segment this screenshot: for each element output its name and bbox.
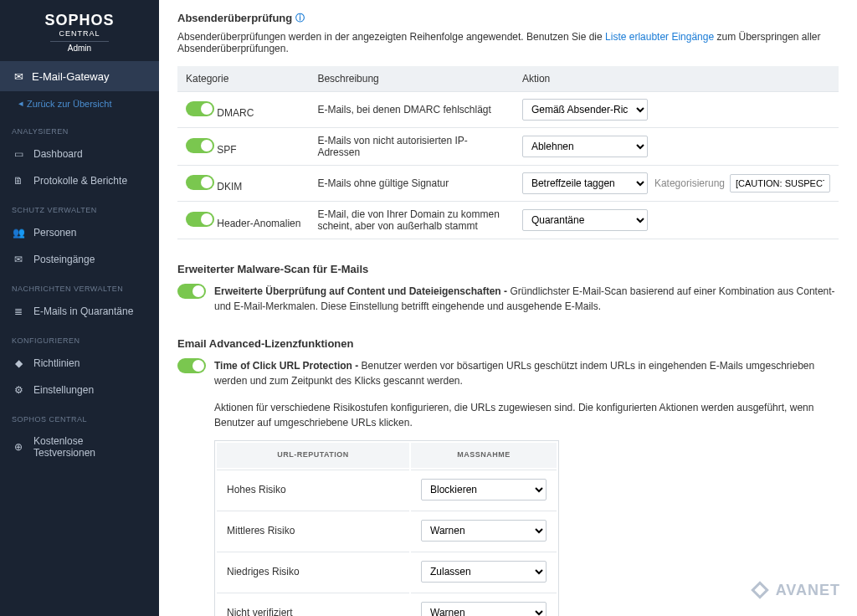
document-icon: 🗎 [12,174,25,187]
nav-section-schutz: SCHUTZ VERWALTEN [0,194,159,219]
chevron-left-icon: ◂ [18,98,23,109]
brand-logo: SOPHOS CENTRAL Admin [0,0,159,61]
advanced-title: Email Advanced-Lizenzfunktionen [177,337,839,350]
gear-icon: ⚙ [12,383,25,397]
sidebar: SOPHOS CENTRAL Admin ✉ E-Mail-Gateway ◂ … [0,0,159,616]
brand-name: SOPHOS [0,12,159,29]
select-dkim-action[interactable]: Betreffzeile taggen [522,172,648,194]
brand-sub: CENTRAL [0,29,159,38]
allowed-list-link[interactable]: Liste erlaubter Eingänge [605,31,714,43]
nav-section-central: SOPHOS CENTRAL [0,403,159,429]
envelope-icon: ✉ [12,69,25,83]
select-low-risk[interactable]: Zulassen [421,561,547,583]
nav-section-nachrichten: NACHRICHTEN VERWALTEN [0,273,159,298]
nav-protokolle[interactable]: 🗎Protokolle & Berichte [0,167,159,194]
toggle-dmarc[interactable] [186,101,214,116]
nav-dashboard[interactable]: ▭Dashboard [0,141,159,167]
select-unverified[interactable]: Warnen [421,602,547,617]
toggle-malware[interactable] [177,284,206,299]
shield-icon: ◆ [12,357,25,370]
list-icon: ≣ [12,305,25,318]
toc-desc: Time of Click URL Protection - Benutzer … [214,358,839,616]
sender-check-title: Absenderüberprüfung ⓘ [177,12,839,24]
url-row-high: Hohes RisikoBlockieren [217,470,557,509]
th-url-rep: URL-REPUTATION [217,443,409,468]
watermark: AVANET [749,579,840,601]
row-header-anomalien: Header-Anomalien E-Mail, die von Ihrer D… [177,202,839,239]
nav-active-label: E-Mail-Gateway [32,70,109,83]
dashboard-icon: ▭ [12,147,25,161]
brand-role: Admin [50,41,109,53]
nav-active-item[interactable]: ✉ E-Mail-Gateway [0,61,159,91]
main-content: Absenderüberprüfung ⓘ Absenderüberprüfun… [159,0,857,616]
avanet-logo-icon [749,579,771,601]
nav-back-label: Zurück zur Übersicht [27,99,111,109]
kat-label: Kategorisierung [654,177,725,189]
nav-einstellungen[interactable]: ⚙Einstellungen [0,377,159,403]
select-header-action[interactable]: Quarantäne [522,209,648,231]
url-row-unverified: Nicht verifiziertWarnen [217,593,557,617]
nav-section-konfigurieren: KONFIGURIEREN [0,325,159,350]
row-dkim: DKIM E-Mails ohne gültige Signatur Betre… [177,166,839,202]
malware-title: Erweiterter Malware-Scan für E-Mails [177,263,839,275]
nav-back-link[interactable]: ◂ Zurück zur Übersicht [0,91,159,116]
inbox-icon: ✉ [12,253,25,266]
nav-posteingaenge[interactable]: ✉Posteingänge [0,246,159,273]
row-dmarc: DMARC E-Mails, bei denen DMARC fehlschlä… [177,92,839,128]
th-massnahme: MASSNAHME [411,443,557,468]
nav-section-analysieren: ANALYSIEREN [0,116,159,141]
nav-quarantaene[interactable]: ≣E-Mails in Quarantäne [0,298,159,325]
select-dmarc-action[interactable]: Gemäß Absender-Richtlinie [522,99,648,121]
url-row-med: Mittleres RisikoWarnen [217,511,557,550]
url-row-low: Niedriges RisikoZulassen [217,552,557,591]
select-high-risk[interactable]: Blockieren [421,479,547,501]
people-icon: 👥 [12,226,25,239]
malware-desc: Erweiterte Überprüfung auf Content und D… [214,284,839,314]
url-reputation-table: URL-REPUTATION MASSNAHME Hohes RisikoBlo… [214,440,559,616]
kat-input[interactable] [730,174,830,192]
nav-personen[interactable]: 👥Personen [0,219,159,246]
th-beschreibung: Beschreibung [309,66,514,92]
toggle-header[interactable] [186,212,214,227]
select-spf-action[interactable]: Ablehnen [522,136,648,157]
th-aktion: Aktion [514,66,839,92]
toggle-toc[interactable] [177,358,206,373]
select-med-risk[interactable]: Warnen [421,520,547,542]
th-kategorie: Kategorie [177,66,309,92]
sender-check-table: Kategorie Beschreibung Aktion DMARC E-Ma… [177,66,839,239]
toggle-dkim[interactable] [186,175,214,190]
plus-circle-icon: ⊕ [12,440,25,454]
nav-testversionen[interactable]: ⊕Kostenlose Testversionen [0,429,159,465]
info-icon[interactable]: ⓘ [295,12,305,24]
row-spf: SPF E-Mails von nicht autorisierten IP-A… [177,128,839,166]
nav-richtlinien[interactable]: ◆Richtlinien [0,350,159,377]
toggle-spf[interactable] [186,138,214,153]
sender-check-intro: Absenderüberprüfungen werden in der ange… [177,31,839,54]
